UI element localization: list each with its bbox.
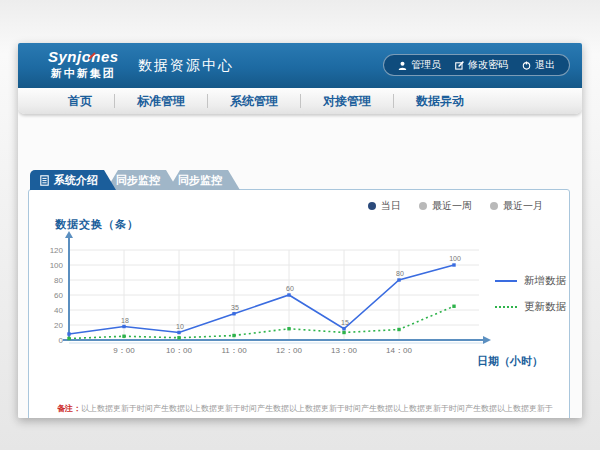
document-icon xyxy=(40,175,49,186)
footnote: 备注：以上数据更新于时间产生数据以上数据更新于时间产生数据以上数据更新于时间产生… xyxy=(57,397,557,415)
nav-item-standard-mgmt[interactable]: 标准管理 xyxy=(114,94,207,108)
radio-label: 最近一周 xyxy=(432,199,472,213)
svg-text:10: 10 xyxy=(176,323,184,330)
legend-label: 新增数据 xyxy=(524,274,566,288)
svg-text:60: 60 xyxy=(54,291,63,300)
tab-bar: 系统介绍 同步监控 同步监控 xyxy=(30,170,240,190)
radio-label: 当日 xyxy=(381,199,401,213)
line-chart-svg: 0204060801001209：0010：0011：0012：0013：001… xyxy=(41,228,511,368)
svg-text:120: 120 xyxy=(50,246,64,255)
svg-text:14：00: 14：00 xyxy=(386,346,412,355)
radio-dot xyxy=(419,202,427,210)
radio-last-month[interactable]: 最近一月 xyxy=(490,199,543,213)
legend-item-new-data[interactable]: 新增数据 xyxy=(495,274,566,288)
svg-text:12：00: 12：00 xyxy=(276,346,302,355)
svg-text:35: 35 xyxy=(231,304,239,311)
change-password-button[interactable]: 修改密码 xyxy=(455,58,508,72)
svg-text:18: 18 xyxy=(121,317,129,324)
nav-item-home[interactable]: 首页 xyxy=(46,94,114,108)
user-name-label: 管理员 xyxy=(411,58,441,72)
logo: Synjones 新中新集团 xyxy=(48,48,119,81)
tab-sync-monitor-1[interactable]: 同步监控 xyxy=(106,170,178,190)
nav-item-system-mgmt[interactable]: 系统管理 xyxy=(207,94,300,108)
tab-label: 同步监控 xyxy=(116,173,160,188)
brand-logo-text: Synjones xyxy=(48,48,119,65)
svg-text:15: 15 xyxy=(341,319,349,326)
svg-text:0: 0 xyxy=(59,336,64,345)
chart-tick-labels: 0204060801001209：0010：0011：0012：0013：001… xyxy=(50,246,413,356)
tab-sync-monitor-2[interactable]: 同步监控 xyxy=(168,170,240,190)
x-axis-title: 日期（小时） xyxy=(477,354,543,369)
logo-spark-icon xyxy=(88,52,96,60)
chart-panel: 当日 最近一周 最近一月 数据交换（条） 0204060801001209：00… xyxy=(28,189,570,418)
edit-icon xyxy=(455,61,464,70)
change-password-label: 修改密码 xyxy=(468,58,508,72)
app-window: Synjones 新中新集团 数据资源中心 管理员 修改密码 xyxy=(18,43,582,418)
content-area: 系统介绍 同步监控 同步监控 当日 最近一周 xyxy=(18,114,582,418)
tab-label: 系统介绍 xyxy=(54,173,98,188)
company-name: 新中新集团 xyxy=(48,66,119,81)
svg-text:9：00: 9：00 xyxy=(113,346,135,355)
svg-text:20: 20 xyxy=(54,321,63,330)
radio-dot xyxy=(368,202,376,210)
footnote-prefix: 备注： xyxy=(57,404,81,413)
legend-item-updated-data[interactable]: 更新数据 xyxy=(495,300,566,314)
svg-text:60: 60 xyxy=(286,285,294,292)
chart-data-labels: 181035601580100 xyxy=(121,255,461,330)
chart-legend: 新增数据 更新数据 xyxy=(495,274,566,326)
legend-label: 更新数据 xyxy=(524,300,566,314)
svg-text:80: 80 xyxy=(396,270,404,277)
svg-text:100: 100 xyxy=(449,255,461,262)
footnote-text: 以上数据更新于时间产生数据以上数据更新于时间产生数据以上数据更新于时间产生数据以… xyxy=(81,404,553,413)
user-icon xyxy=(398,61,407,70)
time-range-filter: 当日 最近一周 最近一月 xyxy=(368,199,543,213)
radio-today[interactable]: 当日 xyxy=(368,199,401,213)
legend-line-dotted-icon xyxy=(495,306,517,308)
line-chart: 0204060801001209：0010：0011：0012：0013：001… xyxy=(41,228,511,368)
svg-text:10：00: 10：00 xyxy=(166,346,192,355)
svg-text:11：00: 11：00 xyxy=(221,346,247,355)
svg-text:40: 40 xyxy=(54,306,63,315)
radio-last-week[interactable]: 最近一周 xyxy=(419,199,472,213)
tab-label: 同步监控 xyxy=(178,173,222,188)
nav-item-docking-mgmt[interactable]: 对接管理 xyxy=(300,94,393,108)
chart-gridlines xyxy=(69,250,479,339)
nav-item-data-change[interactable]: 数据异动 xyxy=(393,94,486,108)
power-icon xyxy=(522,61,531,70)
logout-label: 退出 xyxy=(535,58,555,72)
page-title: 数据资源中心 xyxy=(138,57,234,75)
radio-dot xyxy=(490,202,498,210)
svg-text:100: 100 xyxy=(50,261,64,270)
svg-text:80: 80 xyxy=(54,276,63,285)
svg-text:13：00: 13：00 xyxy=(331,346,357,355)
legend-line-solid-icon xyxy=(495,280,517,282)
radio-label: 最近一月 xyxy=(503,199,543,213)
tab-system-intro[interactable]: 系统介绍 xyxy=(30,170,116,190)
logout-button[interactable]: 退出 xyxy=(522,58,555,72)
app-header: Synjones 新中新集团 数据资源中心 管理员 修改密码 xyxy=(18,43,582,88)
main-nav: 首页 标准管理 系统管理 对接管理 数据异动 xyxy=(18,88,582,114)
current-user[interactable]: 管理员 xyxy=(398,58,441,72)
user-menu: 管理员 修改密码 退出 xyxy=(383,54,570,76)
